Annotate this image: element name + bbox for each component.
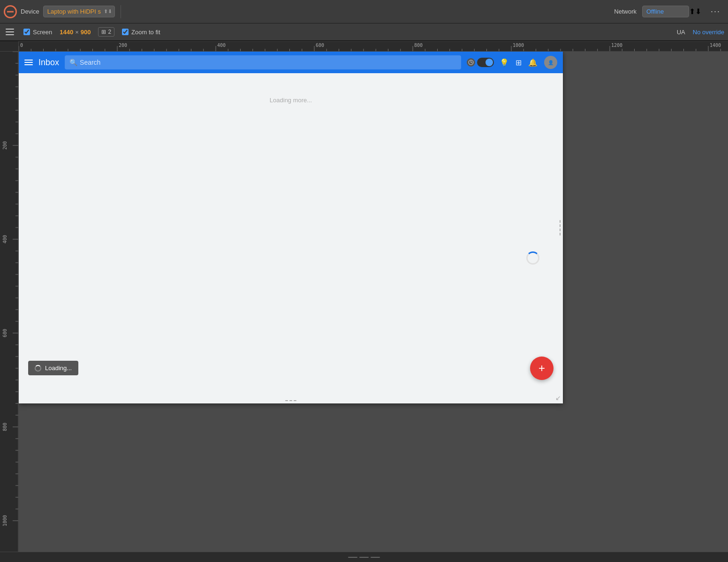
inbox-menu-icon[interactable]: [24, 60, 33, 65]
toolbar-right: Network Offline ⬆⬇ ···: [614, 5, 724, 18]
content-spinner: [526, 251, 539, 265]
svg-text:1400: 1400: [710, 43, 721, 48]
pixel-ratio-value: 2: [108, 29, 111, 35]
device-label: Device: [21, 8, 39, 15]
toast-spinner: [35, 365, 41, 372]
menu-line-2: [24, 62, 33, 63]
resize-bottom-1: [285, 400, 288, 401]
zoom-to-fit-label[interactable]: Zoom to fit: [122, 29, 160, 36]
inbox-icons: 💡 ⊞ 🔔 👤: [500, 56, 557, 69]
toolbar-divider-1: [121, 5, 121, 18]
toggle-area: [467, 58, 494, 67]
loading-toast: Loading...: [28, 361, 78, 375]
zoom-to-fit-checkbox[interactable]: [122, 29, 129, 35]
resize-grip-1: [560, 220, 561, 223]
hamburger-line-3: [6, 34, 14, 35]
svg-text:1000: 1000: [513, 43, 524, 48]
hamburger-line-1: [6, 29, 14, 30]
status-line-3: [371, 557, 380, 558]
menu-line-1: [24, 60, 33, 61]
screen-height: 900: [81, 29, 91, 36]
expand-icon[interactable]: ↙: [555, 394, 561, 402]
rulers-and-preview: 2004006008001000 Inbox 🔍: [0, 52, 728, 552]
svg-text:200: 200: [2, 141, 8, 150]
more-button[interactable]: ···: [707, 5, 724, 18]
screen-checkbox-label[interactable]: Screen: [23, 29, 52, 36]
inbox-content: Loading more...: [19, 73, 563, 403]
status-handle: [348, 557, 380, 558]
network-select-wrapper[interactable]: Offline ⬆⬇: [642, 6, 701, 17]
no-entry-icon[interactable]: [4, 5, 17, 18]
preview-wrapper: Inbox 🔍: [19, 52, 728, 552]
resize-handle-right[interactable]: [557, 216, 563, 239]
status-line-2: [359, 557, 369, 558]
menu-line-3: [24, 64, 33, 65]
svg-text:800: 800: [2, 423, 8, 431]
main-toolbar: Device Laptop with HiDPI s ⬆⬇ Network Of…: [0, 0, 728, 23]
ruler-v-svg: 2004006008001000: [0, 52, 19, 552]
toast-text: Loading...: [45, 365, 72, 372]
pixel-ratio-button[interactable]: ⊞ 2: [98, 27, 114, 37]
svg-text:200: 200: [119, 43, 127, 48]
ruler-corner: [0, 41, 19, 52]
inbox-title: Inbox: [38, 58, 59, 68]
svg-text:600: 600: [2, 329, 8, 337]
resize-handle-bottom[interactable]: [279, 398, 303, 403]
resize-grip-2: [560, 224, 561, 227]
horizontal-ruler-container: /* rendered via JS below */ 020040060080…: [0, 41, 728, 52]
avatar-initials: 👤: [548, 60, 554, 65]
horizontal-ruler: /* rendered via JS below */ 020040060080…: [19, 41, 728, 51]
simulated-screen: Inbox 🔍: [19, 52, 563, 403]
svg-text:400: 400: [2, 235, 8, 243]
inbox-bell-icon[interactable]: 🔔: [528, 58, 538, 67]
toggle-switch[interactable]: [477, 58, 494, 67]
network-label: Network: [614, 8, 637, 15]
status-line-1: [348, 557, 357, 558]
screen-checkbox[interactable]: [23, 29, 30, 35]
svg-text:1000: 1000: [2, 515, 8, 526]
svg-text:600: 600: [316, 43, 324, 48]
pixel-ratio-icon: ⊞: [101, 29, 106, 35]
resize-bottom-2: [289, 400, 292, 401]
toggle-left-svg: [468, 60, 474, 65]
zoom-to-fit-text: Zoom to fit: [131, 29, 160, 36]
svg-text:0: 0: [20, 43, 23, 48]
avatar[interactable]: 👤: [544, 56, 557, 69]
device-select-wrapper[interactable]: Laptop with HiDPI s ⬆⬇: [43, 6, 115, 17]
hamburger-icon[interactable]: [4, 27, 16, 37]
ua-label: UA: [677, 29, 685, 36]
vertical-ruler: 2004006008001000: [0, 52, 19, 552]
bottom-status-bar: [0, 552, 728, 562]
device-select[interactable]: Laptop with HiDPI s: [43, 6, 115, 17]
inbox-header: Inbox 🔍: [19, 52, 563, 73]
svg-text:1200: 1200: [611, 43, 622, 48]
svg-text:400: 400: [217, 43, 226, 48]
inbox-bulb-icon[interactable]: 💡: [500, 58, 509, 67]
ruler-h-svg: /* rendered via JS below */ 020040060080…: [19, 41, 728, 51]
screen-label: Screen: [33, 29, 52, 36]
search-input[interactable]: [65, 55, 461, 69]
ua-value[interactable]: No override: [693, 29, 724, 36]
loading-text: Loading more...: [270, 97, 312, 104]
screen-width: 1440: [60, 29, 73, 36]
network-chevron-icon: ⬆⬇: [689, 7, 701, 16]
resize-bottom-3: [294, 400, 296, 401]
main-layout: /* rendered via JS below */ 020040060080…: [0, 41, 728, 562]
toolbar-left: Device Laptop with HiDPI s ⬆⬇: [4, 5, 608, 18]
resize-grip-3: [560, 228, 561, 231]
inbox-grid-icon[interactable]: ⊞: [516, 58, 522, 67]
svg-text:800: 800: [414, 43, 423, 48]
toggle-left-icon: [467, 58, 475, 67]
screen-dimensions: 1440 × 900: [60, 29, 91, 36]
compose-fab-button[interactable]: +: [530, 357, 554, 380]
secondary-toolbar: Screen 1440 × 900 ⊞ 2 Zoom to fit UA No …: [0, 23, 728, 41]
times-symbol: ×: [75, 29, 79, 36]
resize-grip-4: [560, 233, 561, 235]
search-wrapper: 🔍: [65, 55, 461, 69]
hamburger-line-2: [6, 31, 14, 32]
network-select[interactable]: Offline: [642, 6, 689, 17]
